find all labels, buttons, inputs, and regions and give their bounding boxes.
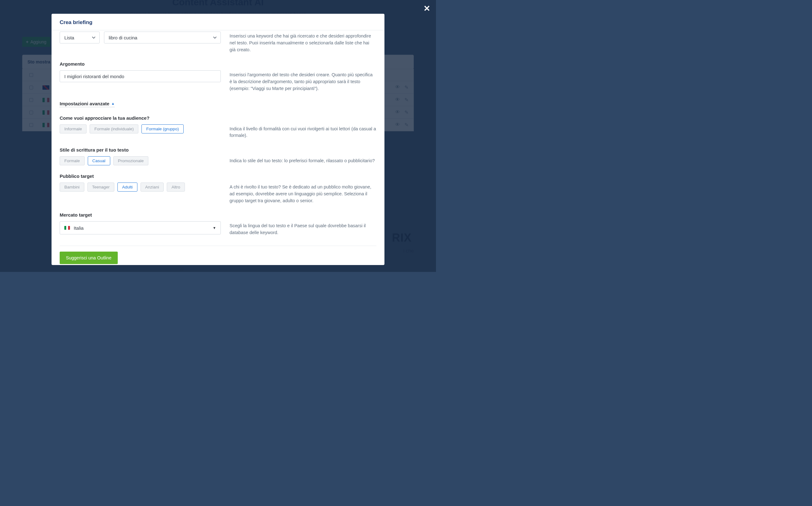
modal-title: Crea briefing [52,14,385,30]
caret-up-icon: ▲ [111,102,115,105]
topic-input[interactable]: I migliori ristoranti del mondo [60,70,221,82]
style-help: Indica lo stile del tuo testo: lo prefer… [229,156,376,164]
create-briefing-modal: Crea briefing Lista libro di cucina [52,14,385,265]
advanced-label: Impostazioni avanzate [60,101,109,106]
target-option-teenager[interactable]: Teenager [87,182,114,191]
target-option-altro[interactable]: Altro [167,182,185,191]
market-help: Scegli la lingua del tuo testo e il Paes… [229,221,376,236]
market-label: Mercato target [60,212,376,218]
style-label: Stile di scrittura per il tuo testo [60,147,376,153]
target-help: A chi è rivolto il tuo testo? Se è dedic… [229,182,376,204]
target-option-anziani[interactable]: Anziani [140,182,164,191]
style-option-promozionale[interactable]: Promozionale [113,156,149,165]
chevron-down-icon [213,35,217,39]
keyword-value-select[interactable]: libro di cucina [104,31,221,44]
chevron-down-icon [92,35,96,39]
audience-option-informale[interactable]: Informale [60,124,87,134]
advanced-settings-toggle[interactable]: Impostazioni avanzate ▲ [60,101,115,107]
keyword-source-select[interactable]: Lista [60,31,100,44]
flag-it-icon [64,226,70,230]
close-icon[interactable]: ✕ [423,4,430,12]
style-option-formale[interactable]: Formale [60,156,85,165]
target-option-bambini[interactable]: Bambini [60,182,84,191]
style-option-casual[interactable]: Casual [88,156,110,165]
topic-label: Argomento [60,61,376,67]
audience-option-formale-individuale[interactable]: Formale (individuale) [90,124,138,134]
caret-down-icon: ▼ [213,226,216,230]
input-value: I migliori ristoranti del mondo [64,74,124,79]
keyword-help: Inserisci una keyword che hai già ricerc… [229,31,376,53]
topic-help: Inserisci l'argomento del testo che desi… [229,70,376,92]
divider [60,246,376,246]
select-label: libro di cucina [109,35,137,40]
target-option-adulti[interactable]: Adulti [117,182,137,191]
target-label: Pubblico target [60,173,376,179]
audience-help: Indica il livello di formalità con cui v… [229,124,376,140]
suggest-outline-button[interactable]: Suggerisci una Outline [60,252,118,264]
select-label: Lista [64,35,74,40]
market-select[interactable]: Italia ▼ [60,221,221,234]
audience-label: Come vuoi approcciare la tua audience? [60,115,376,120]
audience-option-formale-gruppo[interactable]: Formale (gruppo) [141,124,183,134]
market-value: Italia [74,225,84,231]
